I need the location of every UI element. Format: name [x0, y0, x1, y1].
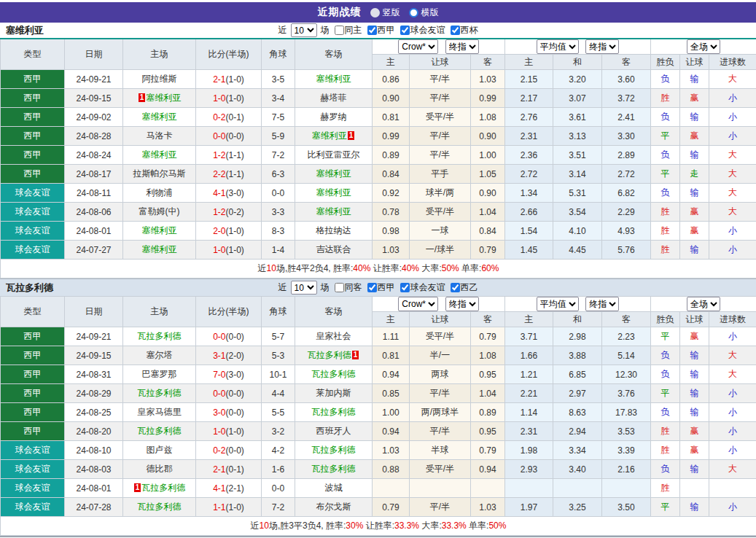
result-outcome: 平	[651, 384, 680, 403]
crow-home-odds: 0.98	[373, 222, 410, 241]
result-outcome: 负	[651, 346, 680, 365]
bookmaker-select[interactable]: Crow*	[398, 297, 438, 311]
crow-away-odds: 0.79	[471, 441, 505, 460]
avg-draw-odds: 3.88	[553, 346, 602, 365]
fulltime-score: 0-2	[213, 445, 225, 456]
average-select[interactable]: 平均值	[537, 39, 579, 54]
team-name-text: 波城	[325, 483, 343, 493]
avg-away-odds: 2.41	[602, 108, 651, 127]
page-title: 近期战绩	[318, 6, 362, 19]
halftime-score: (1-0)	[226, 226, 244, 236]
radio-checked-icon[interactable]	[370, 8, 380, 17]
crow-away-odds: 0.79	[471, 241, 505, 260]
fulltime-select[interactable]: 全场	[687, 297, 720, 311]
score-cell: 4-1(3-0)	[196, 184, 262, 203]
crow-away-odds: 1.00	[471, 146, 505, 165]
near-count-select[interactable]: 10	[291, 281, 317, 295]
result-outcome: 负	[651, 108, 680, 127]
competition-checkbox-laliga[interactable]: 西甲	[364, 24, 395, 36]
col-header-corners: 角球	[262, 297, 295, 327]
team-name-text: 图卢兹	[147, 445, 173, 455]
laliga-checkbox[interactable]	[367, 283, 377, 292]
match-row: 西甲24-08-29瓦拉多利德0-0(0-0)4-4莱加内斯0.85平/半1.0…	[1, 384, 756, 403]
halftime-score: (0-0)	[226, 332, 244, 342]
final-odds-select[interactable]: 终指	[445, 39, 479, 54]
home-team-cell: 皇家马德里	[123, 403, 196, 422]
result-handicap: 输	[680, 403, 709, 422]
sub-header-handicap: 让球	[410, 55, 471, 70]
average-select[interactable]: 平均值	[537, 297, 579, 311]
away-team-cell: 瓦拉多利德1	[295, 346, 373, 365]
team-name-text: 瓦拉多利德	[312, 445, 356, 455]
view-option-vertical[interactable]: 竖版	[370, 7, 400, 19]
handicap-line: 平/半	[410, 498, 471, 517]
home-team-cell: 塞尔塔	[123, 346, 196, 365]
handicap-line: 受平/半	[410, 203, 471, 222]
avg-away-odds: 5.76	[602, 241, 651, 260]
crow-away-odds: 1.03	[471, 70, 505, 89]
cup-checkbox[interactable]	[451, 26, 460, 35]
red-card-badge: 1	[139, 93, 146, 102]
avg-home-odds: 2.31	[505, 127, 553, 146]
competition-checkbox-laliga[interactable]: 西甲	[364, 281, 395, 294]
result-outcome: 平	[651, 127, 680, 146]
view-option-horizontal[interactable]: 横版	[409, 7, 439, 19]
summary-value: 10	[260, 521, 269, 531]
final-odds-select-2[interactable]: 终指	[585, 39, 619, 54]
summary-label: 单率:	[467, 521, 489, 531]
fulltime-select[interactable]: 全场	[687, 39, 720, 54]
competition-checkbox-segunda[interactable]: 西乙	[447, 281, 478, 294]
same-venue-checkbox[interactable]	[335, 26, 344, 35]
team-name-text: 布尔戈斯	[316, 502, 351, 512]
friendly-checkbox[interactable]	[400, 283, 410, 292]
crow-away-odds: 1.03	[471, 498, 505, 517]
results-table: 类型 日期 主场 比分(半场) 角球 客场 Crow* 终指 平均值 终指	[0, 38, 756, 278]
bookmaker-select[interactable]: Crow*	[398, 39, 438, 54]
filter-bar: 近 10 场 同客 西甲 球会友谊 西乙	[0, 281, 756, 295]
competition-checkbox-friendly[interactable]: 球会友谊	[397, 24, 445, 36]
same-venue-checkbox-label[interactable]: 同主	[331, 24, 362, 36]
score-cell: 7-0(3-0)	[196, 365, 262, 384]
summary-label: 近	[251, 521, 260, 531]
home-team-cell: 巴塞罗那	[123, 365, 196, 384]
bookmaker-dropdown-group: Crow* 终指	[373, 297, 505, 312]
halftime-score: (2-0)	[226, 351, 244, 361]
team-name-text: 瓦拉多利德	[312, 407, 356, 417]
match-date: 24-08-25	[65, 403, 123, 422]
team-name-text: 塞尔塔	[147, 350, 173, 360]
col-header-home: 主场	[123, 297, 196, 327]
corners-cell: 5-5	[262, 403, 295, 422]
average-dropdown-group: 平均值 终指	[505, 297, 651, 312]
home-team-cell: 图卢兹	[123, 441, 196, 460]
result-goals: 大	[709, 184, 756, 203]
score-cell: 0-0(0-0)	[196, 384, 262, 403]
team-name-text: 瓦拉多利德	[141, 483, 185, 493]
avg-away-odds: 3.60	[602, 70, 651, 89]
same-venue-checkbox[interactable]	[335, 283, 344, 292]
crow-away-odds: 1.04	[471, 203, 505, 222]
col-header-corners: 角球	[262, 39, 295, 70]
result-outcome: 负	[651, 184, 680, 203]
final-odds-select-2[interactable]: 终指	[585, 297, 619, 311]
competition-checkbox-friendly[interactable]: 球会友谊	[397, 281, 445, 294]
corners-cell: 5-3	[262, 346, 295, 365]
match-row: 西甲24-08-28马洛卡0-0(0-0)5-9塞维利亚10.99平/半0.90…	[1, 127, 756, 146]
crow-home-odds: 0.79	[373, 498, 410, 517]
near-count-select[interactable]: 10	[291, 23, 317, 37]
corners-cell: 4-2	[262, 441, 295, 460]
match-row: 西甲24-09-151塞维利亚1-0(1-0)3-4赫塔菲0.90平/半0.99…	[1, 89, 756, 108]
result-goals	[709, 479, 756, 498]
home-team-cell: 塞维利亚	[123, 108, 196, 127]
same-venue-checkbox-label[interactable]: 同客	[331, 281, 362, 294]
sub-header-crow-home: 主	[373, 312, 410, 327]
avg-away-odds: 2.16	[602, 460, 651, 479]
result-handicap: 赢	[680, 222, 709, 241]
radio-unchecked-icon[interactable]	[409, 8, 418, 17]
avg-away-odds: 2.89	[602, 146, 651, 165]
final-odds-select[interactable]: 终指	[445, 297, 479, 311]
friendly-checkbox[interactable]	[400, 26, 410, 35]
crow-away-odds: 0.89	[471, 403, 505, 422]
laliga-checkbox[interactable]	[367, 26, 377, 35]
segunda-checkbox[interactable]	[451, 283, 460, 292]
competition-checkbox-cup[interactable]: 西杯	[447, 24, 478, 36]
